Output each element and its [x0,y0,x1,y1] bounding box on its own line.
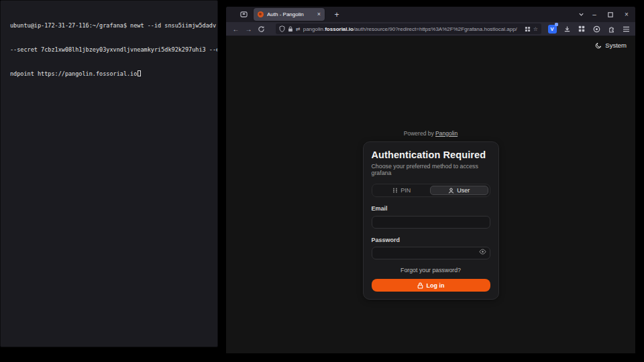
menu-hamburger-icon[interactable] [621,24,631,34]
downloads-icon[interactable] [562,24,572,34]
minimize-button[interactable]: – [590,10,599,19]
lock-icon[interactable] [288,26,293,32]
terminal-line: ndpoint https://pangolin.fossorial.io [10,70,213,78]
login-button[interactable]: Log in [372,279,490,292]
moon-icon [595,42,602,49]
forgot-password-link[interactable]: Forgot your password? [372,267,490,274]
terminal-window[interactable]: ubuntu@ip-172-31-27-116:~/grafana$ newt … [0,0,218,347]
login-button-label: Log in [427,282,445,289]
keypad-icon [392,188,398,193]
grid-icon[interactable] [577,24,586,34]
shield-icon[interactable] [279,25,285,32]
password-label: Password [372,237,490,243]
tab-close-icon[interactable]: × [317,11,321,17]
auth-card: Authentication Required Choose your pref… [363,141,499,300]
urlbar-grid-icon[interactable] [525,26,531,32]
firefox-view-icon[interactable] [235,9,252,20]
url-text[interactable]: pangolin.fossorial.io/auth/resource/90?r… [303,26,522,32]
tab-user-label: User [457,187,470,194]
terminal-cursor [138,70,141,76]
pangolin-link[interactable]: Pangolin [435,130,458,137]
theme-label: System [605,42,627,49]
lock-icon [417,282,423,289]
password-field[interactable] [372,247,490,259]
extension-v-icon[interactable]: V [547,24,557,34]
extensions-area: V [547,24,631,34]
forward-button[interactable]: → [244,24,254,34]
powered-by: Powered by Pangolin [363,130,499,137]
auth-column: Powered by Pangolin Authentication Requi… [363,36,499,300]
terminal-line: ubuntu@ip-172-31-27-116:~/grafana$ newt … [10,21,213,29]
navigation-toolbar: ← → ⇄ pangolin.fossorial.io/auth/resourc… [226,22,635,36]
extensions-puzzle-icon[interactable] [606,24,616,34]
tab-user[interactable]: User [430,186,488,195]
user-icon [448,188,454,194]
email-label: Email [372,205,490,212]
card-subtitle: Choose your preferred method to access g… [372,163,490,176]
tab-pin[interactable]: PIN [374,186,431,195]
browser-window: Auth - Pangolin × + – × ← → ⇄ [226,7,635,353]
circle-ring-icon[interactable] [592,24,601,34]
tab-auth-pangolin[interactable]: Auth - Pangolin × [254,8,325,21]
tab-pin-label: PIN [400,187,411,194]
tab-strip: Auth - Pangolin × + – × [226,7,635,22]
tab-title: Auth - Pangolin [267,11,314,17]
terminal-line: --secret 7cbz1xw08lh1jbzey03yxvndljvneam… [10,46,213,54]
theme-toggle[interactable]: System [595,42,627,49]
pangolin-favicon-icon [258,11,264,17]
extension-badge [555,23,558,26]
page-content: System Powered by Pangolin Authenticatio… [226,36,635,353]
reload-button[interactable] [256,24,266,34]
window-controls: – × [590,7,631,22]
card-title: Authentication Required [372,149,490,160]
auth-method-tabs: PIN User [372,184,490,197]
bookmark-star-icon[interactable]: ☆ [533,26,538,32]
new-tab-button[interactable]: + [331,9,343,21]
close-window-button[interactable]: × [622,10,631,19]
swap-arrows-icon[interactable]: ⇄ [296,26,301,32]
maximize-button[interactable] [606,10,615,19]
back-button[interactable]: ← [231,24,241,34]
show-password-eye-icon[interactable] [479,249,486,255]
url-bar[interactable]: ⇄ pangolin.fossorial.io/auth/resource/90… [276,23,541,34]
list-all-tabs-chevron-icon[interactable] [576,9,586,19]
email-field[interactable] [372,216,490,229]
